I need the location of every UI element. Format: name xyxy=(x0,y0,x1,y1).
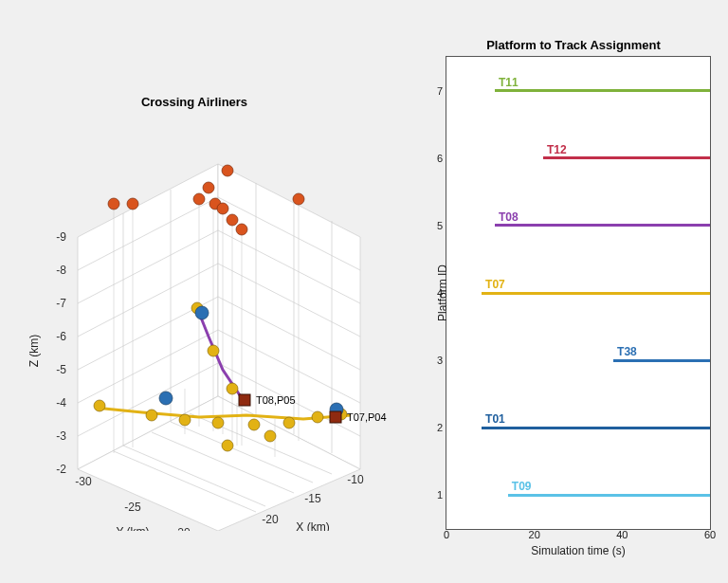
x-tick: 20 xyxy=(529,529,540,540)
track-line-t08 xyxy=(495,224,710,227)
svg-point-51 xyxy=(203,182,214,193)
svg-point-69 xyxy=(264,430,276,442)
y-tick: 3 xyxy=(437,355,443,366)
track-line-t11 xyxy=(495,89,710,92)
svg-point-60 xyxy=(179,414,191,426)
svg-point-54 xyxy=(227,214,238,226)
svg-point-70 xyxy=(222,440,233,451)
x-axis: Simulation time (s) 0204060 xyxy=(446,529,710,544)
track-label-t07: T07 xyxy=(485,278,505,291)
track-label-t12: T12 xyxy=(547,143,567,156)
track-line-t07 xyxy=(482,292,710,295)
plot-2d-area[interactable]: 1234567 Platform ID Simulation time (s) … xyxy=(446,56,711,530)
x-tick: 40 xyxy=(616,529,628,540)
svg-point-63 xyxy=(283,417,295,428)
svg-point-50 xyxy=(193,193,205,205)
x-tick: 0 xyxy=(444,529,449,540)
svg-point-68 xyxy=(227,383,238,394)
svg-text:-3: -3 xyxy=(56,429,66,443)
y-tick: 5 xyxy=(437,220,443,231)
svg-text:-15: -15 xyxy=(304,492,321,505)
annotation-t07-p04: T07,P04 xyxy=(347,411,387,423)
svg-point-49 xyxy=(127,198,138,210)
svg-text:-2: -2 xyxy=(56,463,66,476)
track-label-t38: T38 xyxy=(617,345,637,358)
y-tick: 6 xyxy=(437,153,443,164)
y-tick: 7 xyxy=(437,85,443,97)
svg-text:-20: -20 xyxy=(173,526,191,531)
svg-point-56 xyxy=(222,165,233,176)
y-tick: 2 xyxy=(437,422,443,433)
track-line-t09 xyxy=(508,494,710,497)
track-label-t01: T01 xyxy=(485,412,505,426)
svg-text:-8: -8 xyxy=(56,264,66,277)
svg-point-72 xyxy=(159,392,173,405)
y-axis-label: Platform ID xyxy=(436,264,449,321)
svg-point-64 xyxy=(312,411,323,423)
axes-3d-canvas[interactable]: -9 -8 -7 -6 -5 -4 -3 -2 Z (km) -25 -20 -… xyxy=(28,114,408,531)
svg-text:-9: -9 xyxy=(56,230,66,244)
z-axis-label: Z (km) xyxy=(28,335,41,368)
x-tick: 60 xyxy=(704,529,716,540)
svg-point-53 xyxy=(217,203,228,214)
svg-point-48 xyxy=(108,198,119,210)
svg-text:-6: -6 xyxy=(56,330,66,343)
svg-point-55 xyxy=(236,224,247,235)
x-axis-label: X (km) xyxy=(296,520,329,531)
track-line-t12 xyxy=(543,156,710,159)
y-tick: 1 xyxy=(437,489,443,501)
svg-text:-30: -30 xyxy=(75,475,92,488)
svg-point-58 xyxy=(94,400,105,411)
axes-2d-title: Platform to Track Assignment xyxy=(436,38,711,52)
svg-text:-20: -20 xyxy=(262,513,279,526)
svg-text:-7: -7 xyxy=(56,297,66,310)
track-line-t01 xyxy=(482,427,710,429)
svg-text:-25: -25 xyxy=(124,501,141,514)
axes-2d-track-assignment[interactable]: Platform to Track Assignment 1234567 Pla… xyxy=(436,38,711,564)
svg-point-67 xyxy=(208,345,219,356)
svg-text:-10: -10 xyxy=(347,473,364,486)
axes-3d-title: Crossing Airliners xyxy=(28,95,360,109)
matlab-figure: Crossing Airliners xyxy=(0,0,728,583)
track-label-t11: T11 xyxy=(499,76,519,89)
x-axis-label: Simulation time (s) xyxy=(446,544,710,557)
svg-point-59 xyxy=(146,410,157,421)
track-label-t08: T08 xyxy=(499,210,519,224)
track-label-t09: T09 xyxy=(512,480,532,493)
svg-point-57 xyxy=(293,193,304,205)
annotation-t08-p05: T08,P05 xyxy=(256,394,296,406)
svg-point-62 xyxy=(248,419,260,430)
y-axis-label: Y (km) xyxy=(116,525,149,531)
svg-rect-75 xyxy=(330,411,341,423)
svg-text:-4: -4 xyxy=(56,396,66,410)
svg-point-61 xyxy=(212,417,224,428)
z-ticks: -9 -8 -7 -6 -5 -4 -3 -2 xyxy=(56,230,66,476)
svg-rect-74 xyxy=(239,394,250,406)
track-line-t38 xyxy=(613,359,710,362)
axes-3d-crossing-airliners[interactable]: Crossing Airliners xyxy=(28,95,408,531)
svg-point-71 xyxy=(195,306,209,319)
svg-text:-5: -5 xyxy=(56,363,66,376)
